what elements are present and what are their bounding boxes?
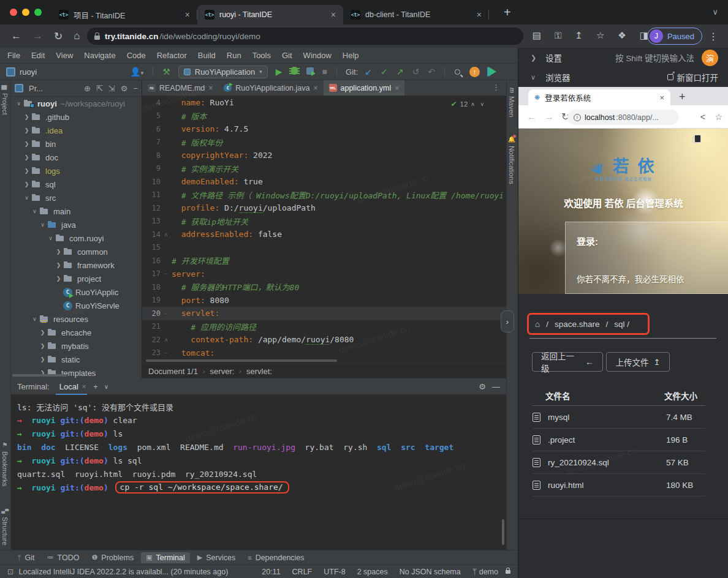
home-icon[interactable]: ⌂ — [74, 30, 80, 42]
status-item[interactable]: UTF-8 — [324, 568, 345, 576]
chevron-down-icon[interactable]: ∨ — [47, 235, 55, 241]
collapse-all-icon[interactable]: ⇲ — [108, 84, 115, 93]
chevron-right-icon[interactable]: ❯ — [23, 114, 31, 120]
close-icon[interactable]: × — [395, 84, 399, 92]
file-row-ry_20210924.sql[interactable]: ry_20210924.sql57 KB — [533, 451, 705, 474]
file-row-mysql[interactable]: mysql7.4 MB — [533, 406, 705, 429]
file-row-.project[interactable]: .project196 B — [533, 429, 705, 451]
minimize-window-button[interactable] — [22, 9, 29, 16]
close-icon[interactable]: × — [313, 84, 317, 92]
terminal-minimize-icon[interactable]: — — [492, 382, 500, 391]
rollback-icon[interactable]: ↶ — [428, 67, 435, 77]
run-button[interactable]: ▶ — [276, 67, 282, 77]
editor-horizontal-scrollbar[interactable] — [146, 359, 337, 362]
git-push-icon[interactable]: ↗ — [396, 67, 404, 77]
project-tree-item-project[interactable]: ❯project — [11, 272, 142, 285]
project-tree-item-resources[interactable]: ∨resources — [11, 312, 142, 326]
project-tree-item-RuoYiServle[interactable]: CRuoYiServle — [11, 299, 142, 312]
chevron-right-icon[interactable]: ❯ — [39, 343, 47, 349]
menu-code[interactable]: Code — [127, 51, 146, 60]
expand-all-icon[interactable]: ⇱ — [96, 84, 103, 93]
breadcrumb-item[interactable]: Document 1/1 — [148, 367, 198, 376]
profile-button[interactable]: J Paused — [647, 28, 702, 45]
back-icon[interactable]: ← — [527, 111, 537, 122]
project-tree-item-RuoYiApplic[interactable]: CRuoYiApplic — [11, 285, 142, 299]
toolwindow-notifications[interactable]: 🔔 Notifications — [508, 135, 515, 184]
menu-window[interactable]: Window — [303, 51, 332, 60]
project-tree-item-ehcache[interactable]: ❯ehcache — [11, 326, 142, 339]
code-line-7[interactable]: 7 # 版权年份 — [142, 136, 506, 149]
preview-new-tab-button[interactable]: + — [679, 91, 686, 103]
gear-icon[interactable]: ⚙ — [121, 84, 128, 93]
breadcrumb-item[interactable]: servlet: — [246, 367, 272, 376]
close-icon[interactable]: × — [659, 93, 664, 102]
browser-tab-2[interactable]: <t>ruoyi - TitanIDE× — [197, 5, 343, 24]
code-line-17[interactable]: 17−server: — [142, 268, 506, 281]
locate-file-icon[interactable]: ⊕ — [84, 84, 91, 93]
hide-panel-icon[interactable]: − — [133, 84, 138, 93]
open-new-window-button[interactable]: 新窗口打开 — [667, 71, 719, 83]
tab-options-icon[interactable]: ⋮ — [486, 80, 506, 96]
file-row-ruoyi.html[interactable]: ruoyi.html180 KB — [533, 474, 705, 497]
project-tree-item-framework[interactable]: ❯framework — [11, 258, 142, 272]
toolwindow-button-services[interactable]: ▶Services — [192, 552, 240, 563]
breadcrumb-sql[interactable]: sql / — [614, 320, 629, 329]
chevron-down-icon[interactable]: ∨ — [31, 208, 39, 214]
code-line-16[interactable]: 16# 开发环境配置 — [142, 254, 506, 268]
window-icon[interactable]: ⊡ — [7, 567, 13, 576]
status-message[interactable]: Localized IntelliJ IDEA 2022.2.2 is avai… — [18, 568, 228, 576]
project-tree-item-ruoyi[interactable]: ∨ruoyi~/workspace/ruoyi — [11, 97, 142, 110]
project-tree-item-main[interactable]: ∨main — [11, 205, 142, 218]
home-icon[interactable]: ⌂ — [535, 320, 540, 329]
git-update-icon[interactable]: ↙ — [365, 67, 372, 77]
code-line-19[interactable]: 19 port: 8080 — [142, 294, 506, 307]
upload-file-button[interactable]: 上传文件 ↥ — [606, 352, 670, 372]
coverage-run-icon[interactable] — [306, 67, 314, 77]
close-icon[interactable]: × — [184, 10, 191, 20]
code-line-18[interactable]: 18 # 服务器的HTTP端口，默认为80 — [142, 280, 506, 294]
browser-menu-icon[interactable]: ⋮ — [708, 31, 718, 42]
reload-icon[interactable]: ↻ — [54, 30, 63, 43]
code-line-20[interactable]: 20− servlet: — [142, 307, 506, 320]
project-tree-item-bin[interactable]: ❯bin — [11, 137, 142, 151]
menu-edit[interactable]: Edit — [31, 51, 45, 60]
clipboard-icon[interactable]: ▤ — [533, 30, 541, 41]
status-item[interactable]: 20:11 — [262, 568, 280, 576]
project-tree-item-static[interactable]: ❯static — [11, 353, 142, 366]
close-icon[interactable]: × — [208, 84, 213, 92]
chevron-right-icon[interactable]: ❯ — [55, 262, 63, 268]
code-line-5[interactable]: 5 # 版本 — [142, 110, 506, 123]
key-icon[interactable]: ⚿ — [555, 30, 561, 41]
debug-button[interactable] — [291, 67, 298, 77]
git-branch-widget[interactable]: ᛘ demo — [472, 568, 498, 576]
section-browser[interactable]: ∨ 浏览器 新窗口打开 — [518, 67, 728, 87]
editor[interactable]: 4 name: RuoYi5 # 版本6 version: 4.7.57 # 版… — [142, 96, 506, 363]
menu-build[interactable]: Build — [198, 51, 216, 60]
code-line-15[interactable]: 15 — [142, 241, 506, 255]
project-tree-item-src[interactable]: ∨src — [11, 191, 142, 205]
toolwindow-button-problems[interactable]: ❶Problems — [86, 552, 138, 563]
chevron-right-icon[interactable]: ❯ — [23, 154, 31, 160]
status-item[interactable]: 2 spaces — [357, 568, 388, 576]
project-tree-item-com.ruoyi[interactable]: ∨com.ruoyi — [11, 231, 142, 245]
section-settings[interactable]: ❯ 设置 按 Shift 键切换输入法 演 — [518, 48, 728, 67]
chevron-right-icon[interactable]: ❯ — [55, 249, 63, 255]
chevron-right-icon[interactable]: ❯ — [55, 276, 63, 282]
editor-tab-README.md[interactable]: MDREADME.md× — [142, 80, 218, 96]
menu-git[interactable]: Git — [282, 51, 292, 60]
toolwindow-structure[interactable]: ▚ Structure — [1, 509, 9, 545]
toolwindow-button-terminal[interactable]: ▣Terminal — [141, 552, 190, 563]
star-icon[interactable]: ☆ — [715, 112, 722, 122]
preview-omnibox[interactable]: i localhost :8080/app/... — [567, 110, 679, 125]
forward-icon[interactable]: → — [544, 111, 554, 122]
project-tree-item-.idea[interactable]: ❯.idea — [11, 124, 142, 137]
toolwindow-button-dependencies[interactable]: ≡Dependencies — [243, 552, 309, 563]
menu-view[interactable]: View — [56, 51, 73, 60]
project-tree-item-sql[interactable]: ❯sql — [11, 178, 142, 191]
back-icon[interactable]: ← — [11, 30, 21, 42]
status-item[interactable]: CRLF — [292, 568, 313, 576]
code-line-13[interactable]: 13 # 获取ip地址开关 — [142, 215, 506, 228]
preview-tab[interactable]: ❋ 登录若依系统 × — [528, 89, 670, 105]
zoom-window-button[interactable] — [34, 9, 42, 16]
chevron-down-icon[interactable]: ∨ — [23, 195, 31, 201]
